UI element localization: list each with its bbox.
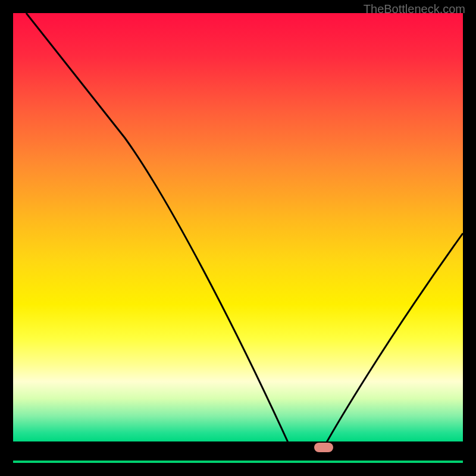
- watermark-text: TheBottleneck.com: [364, 2, 465, 16]
- plot-area: [13, 13, 463, 463]
- optimal-marker: [314, 443, 333, 452]
- bottleneck-curve: [13, 13, 463, 463]
